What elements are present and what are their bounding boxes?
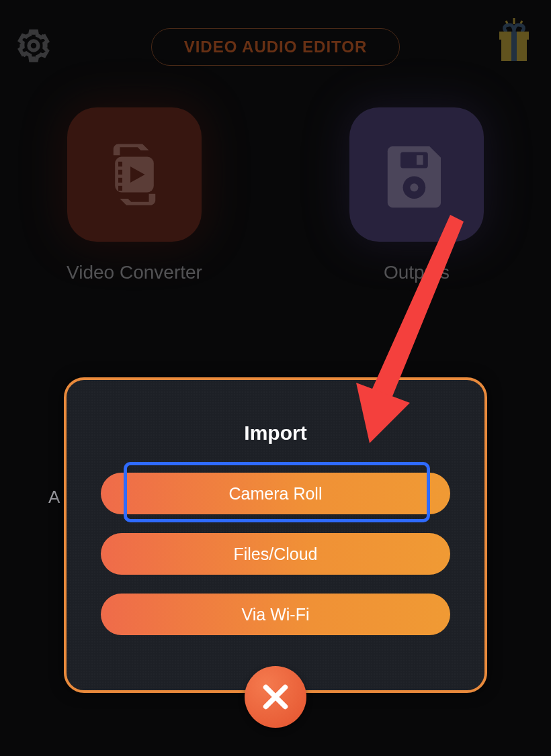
import-dialog: Import Camera Roll Files/Cloud Via Wi-Fi [64, 377, 487, 693]
import-camera-roll-button[interactable]: Camera Roll [101, 473, 450, 514]
import-title: Import [67, 422, 484, 444]
close-icon [259, 681, 292, 713]
close-dialog-button[interactable] [245, 666, 306, 728]
hidden-label: A [48, 487, 60, 508]
import-via-wifi-button[interactable]: Via Wi-Fi [101, 594, 450, 635]
app-screen: VIDEO AUDIO EDITOR [0, 0, 551, 756]
import-files-cloud-button[interactable]: Files/Cloud [101, 533, 450, 575]
